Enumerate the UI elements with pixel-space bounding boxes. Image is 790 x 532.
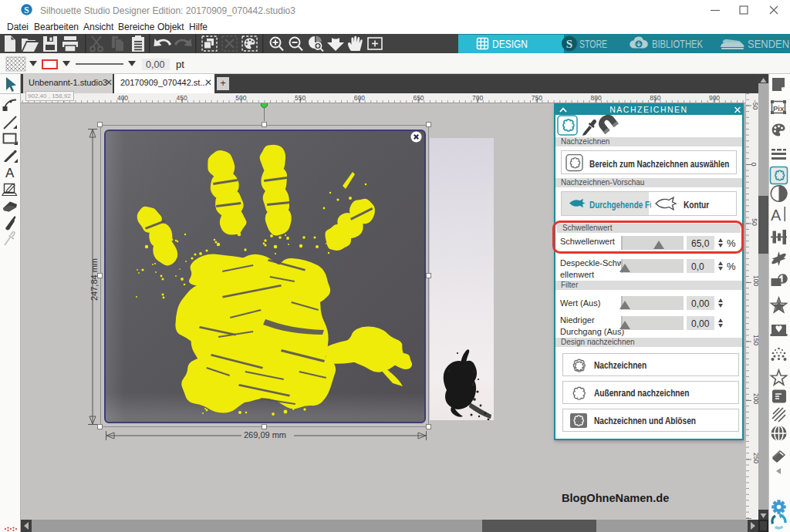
svg-text:SENDEN: SENDEN <box>748 37 789 50</box>
svg-text:A: A <box>5 166 15 180</box>
svg-text:DESIGN: DESIGN <box>492 37 528 50</box>
svg-text:A: A <box>771 207 782 224</box>
svg-text:Pix: Pix <box>773 104 785 113</box>
svg-text:S: S <box>24 5 29 15</box>
svg-text:S: S <box>566 38 572 50</box>
svg-text:BIBLIOTHEK: BIBLIOTHEK <box>652 37 703 50</box>
svg-text:pt: pt <box>176 59 184 70</box>
svg-text:0,00: 0,00 <box>146 59 164 70</box>
svg-text:STORE: STORE <box>579 37 607 50</box>
